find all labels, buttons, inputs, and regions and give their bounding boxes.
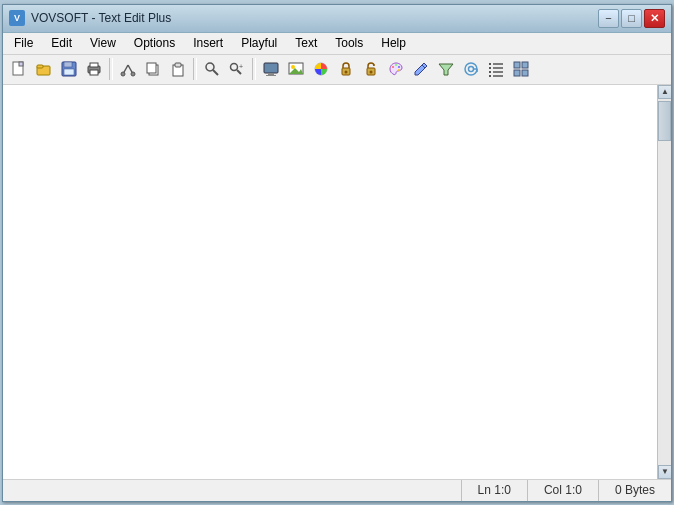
paste-button[interactable] xyxy=(166,57,190,81)
svg-rect-52 xyxy=(514,62,520,68)
svg-rect-8 xyxy=(90,63,98,67)
menu-insert[interactable]: Insert xyxy=(184,33,232,53)
title-bar: V VOVSOFT - Text Edit Plus − □ ✕ xyxy=(3,5,671,33)
svg-rect-3 xyxy=(37,65,43,68)
cut-button[interactable] xyxy=(116,57,140,81)
menu-help[interactable]: Help xyxy=(372,33,415,53)
new-button[interactable] xyxy=(7,57,31,81)
window-title: VOVSOFT - Text Edit Plus xyxy=(31,11,171,25)
unlock-button[interactable] xyxy=(359,57,383,81)
save-button[interactable] xyxy=(57,57,81,81)
svg-rect-55 xyxy=(522,70,528,76)
scroll-up-arrow[interactable]: ▲ xyxy=(658,85,671,99)
grid-button[interactable] xyxy=(509,57,533,81)
svg-line-21 xyxy=(237,70,241,74)
list-button[interactable] xyxy=(484,57,508,81)
image-button[interactable] xyxy=(284,57,308,81)
open-button[interactable] xyxy=(32,57,56,81)
close-button[interactable]: ✕ xyxy=(644,9,665,28)
svg-rect-50 xyxy=(489,75,491,77)
status-col: Col 1:0 xyxy=(528,480,599,501)
menu-playful[interactable]: Playful xyxy=(232,33,286,53)
editor-area: ▲ ▼ xyxy=(3,85,671,479)
menu-view[interactable]: View xyxy=(81,33,125,53)
app-icon: V xyxy=(9,10,25,26)
pen-button[interactable] xyxy=(409,57,433,81)
svg-rect-44 xyxy=(489,63,491,65)
svg-point-35 xyxy=(395,64,397,66)
svg-rect-25 xyxy=(266,75,276,76)
menu-edit[interactable]: Edit xyxy=(42,33,81,53)
svg-rect-53 xyxy=(522,62,528,68)
svg-point-12 xyxy=(121,72,125,76)
svg-point-41 xyxy=(469,67,474,72)
svg-text:+: + xyxy=(239,63,243,70)
status-empty xyxy=(3,480,462,501)
menu-text[interactable]: Text xyxy=(286,33,326,53)
separator-3 xyxy=(252,58,256,80)
lock-button[interactable] xyxy=(334,57,358,81)
svg-rect-24 xyxy=(268,73,274,75)
svg-marker-39 xyxy=(439,64,453,75)
find-button[interactable] xyxy=(200,57,224,81)
vertical-scrollbar[interactable]: ▲ ▼ xyxy=(657,85,671,479)
color-button[interactable] xyxy=(309,57,333,81)
svg-rect-15 xyxy=(147,63,156,73)
palette-button[interactable] xyxy=(384,57,408,81)
text-editor[interactable] xyxy=(3,85,657,479)
svg-rect-48 xyxy=(489,71,491,73)
svg-rect-5 xyxy=(64,62,72,67)
minimize-button[interactable]: − xyxy=(598,9,619,28)
menu-options[interactable]: Options xyxy=(125,33,184,53)
separator-1 xyxy=(109,58,113,80)
title-bar-left: V VOVSOFT - Text Edit Plus xyxy=(9,10,171,26)
svg-rect-46 xyxy=(489,67,491,69)
svg-rect-54 xyxy=(514,70,520,76)
svg-point-20 xyxy=(231,64,238,71)
monitor-button[interactable] xyxy=(259,57,283,81)
find-replace-button[interactable]: + xyxy=(225,57,249,81)
main-window: V VOVSOFT - Text Edit Plus − □ ✕ File Ed… xyxy=(2,4,672,502)
svg-rect-17 xyxy=(175,63,181,67)
copy-button[interactable] xyxy=(141,57,165,81)
scroll-down-arrow[interactable]: ▼ xyxy=(658,465,671,479)
svg-point-31 xyxy=(345,71,348,74)
status-bar: Ln 1:0 Col 1:0 0 Bytes xyxy=(3,479,671,501)
svg-point-13 xyxy=(131,72,135,76)
svg-rect-9 xyxy=(90,70,98,75)
title-controls: − □ ✕ xyxy=(598,9,665,28)
separator-2 xyxy=(193,58,197,80)
status-line: Ln 1:0 xyxy=(462,480,528,501)
menu-bar: File Edit View Options Insert Playful Te… xyxy=(3,33,671,55)
print-button[interactable] xyxy=(82,57,106,81)
scroll-thumb[interactable] xyxy=(658,101,671,141)
toolbar: + xyxy=(3,55,671,85)
svg-rect-23 xyxy=(264,63,278,73)
svg-point-33 xyxy=(370,71,373,74)
svg-rect-6 xyxy=(64,69,74,75)
menu-file[interactable]: File xyxy=(5,33,42,53)
svg-point-36 xyxy=(398,66,400,68)
filter-button[interactable] xyxy=(434,57,458,81)
menu-tools[interactable]: Tools xyxy=(326,33,372,53)
svg-point-27 xyxy=(291,65,295,69)
svg-point-34 xyxy=(392,66,394,68)
svg-point-18 xyxy=(206,63,214,71)
svg-point-37 xyxy=(398,69,400,71)
at-button[interactable] xyxy=(459,57,483,81)
svg-line-19 xyxy=(213,70,218,75)
scroll-track[interactable] xyxy=(658,99,671,465)
svg-rect-1 xyxy=(19,62,23,66)
maximize-button[interactable]: □ xyxy=(621,9,642,28)
status-size: 0 Bytes xyxy=(599,480,671,501)
